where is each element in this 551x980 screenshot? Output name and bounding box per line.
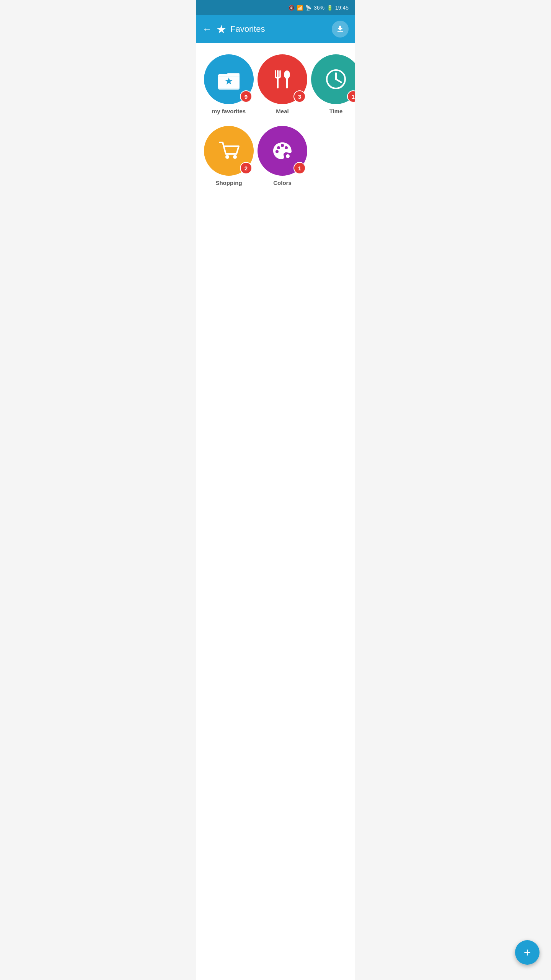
svg-point-14 <box>285 146 288 149</box>
download-button[interactable] <box>332 21 349 38</box>
download-icon <box>336 24 345 34</box>
battery-text: 36% <box>314 5 324 11</box>
app-bar: ← ★ Favorites <box>196 15 355 43</box>
empty-cell <box>311 126 347 186</box>
meal-label: Meal <box>276 108 289 114</box>
time-circle-wrap: 1 <box>311 54 355 104</box>
folder-star-icon <box>217 68 240 91</box>
category-meal[interactable]: 3 Meal <box>258 54 307 114</box>
status-bar: 🔇 📶 📡 36% 🔋 19:45 <box>196 0 355 15</box>
cart-icon <box>217 139 240 162</box>
signal-icon: 📡 <box>305 5 311 11</box>
categories-row1: 9 my favorites <box>204 54 347 114</box>
mute-icon: 🔇 <box>289 5 295 11</box>
status-icons: 🔇 📶 📡 36% 🔋 19:45 <box>289 5 349 11</box>
shopping-label: Shopping <box>215 180 242 186</box>
back-button[interactable]: ← <box>202 24 212 34</box>
category-my-favorites[interactable]: 9 my favorites <box>204 54 254 114</box>
favorites-star-icon: ★ <box>216 23 227 36</box>
meal-badge: 3 <box>293 90 306 103</box>
svg-point-6 <box>284 70 290 79</box>
page-title: Favorites <box>230 24 265 34</box>
svg-point-10 <box>225 155 229 159</box>
colors-circle-wrap: 1 <box>258 126 307 176</box>
palette-icon <box>271 139 294 162</box>
categories-row2: 2 Shopping 1 Colors <box>204 126 347 186</box>
svg-point-12 <box>277 146 280 149</box>
svg-point-11 <box>233 155 237 159</box>
category-colors[interactable]: 1 Colors <box>258 126 307 186</box>
time-label: Time <box>329 108 343 114</box>
content-area: 9 my favorites <box>196 43 355 980</box>
my-favorites-badge: 9 <box>240 90 252 103</box>
colors-badge: 1 <box>293 162 306 174</box>
svg-point-13 <box>281 144 284 147</box>
my-favorites-circle-wrap: 9 <box>204 54 254 104</box>
meal-circle-wrap: 3 <box>258 54 307 104</box>
category-shopping[interactable]: 2 Shopping <box>204 126 254 186</box>
svg-point-16 <box>285 154 290 158</box>
app-bar-left: ← ★ Favorites <box>202 23 265 36</box>
wifi-icon: 📶 <box>297 5 303 11</box>
time-text: 19:45 <box>335 5 349 11</box>
svg-line-9 <box>336 79 341 82</box>
svg-point-15 <box>276 150 279 153</box>
my-favorites-label: my favorites <box>212 108 246 114</box>
colors-label: Colors <box>273 180 292 186</box>
cutlery-icon <box>271 68 294 91</box>
clock-icon <box>324 68 347 91</box>
shopping-circle-wrap: 2 <box>204 126 254 176</box>
shopping-badge: 2 <box>240 162 252 174</box>
category-time[interactable]: 1 Time <box>311 54 355 114</box>
battery-icon: 🔋 <box>327 5 333 11</box>
title-group: ★ Favorites <box>216 23 265 36</box>
